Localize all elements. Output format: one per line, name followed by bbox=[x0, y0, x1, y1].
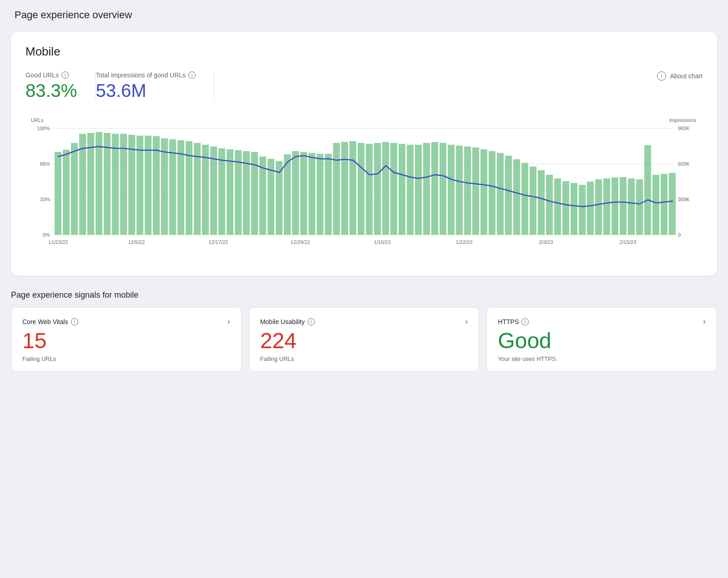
y-axis-left-label: URLs bbox=[31, 117, 44, 123]
svg-text:100%: 100% bbox=[37, 126, 50, 131]
svg-rect-81 bbox=[620, 177, 627, 235]
x-tick-7: 2/3/23 bbox=[539, 239, 553, 245]
good-urls-info-icon[interactable]: i bbox=[61, 71, 69, 79]
total-impressions-info-icon[interactable]: i bbox=[188, 71, 196, 79]
svg-rect-61 bbox=[456, 146, 463, 235]
y-axis-right-label: Impressions bbox=[669, 117, 697, 123]
about-chart-button[interactable]: i About chart bbox=[657, 71, 703, 81]
svg-rect-76 bbox=[579, 185, 586, 235]
svg-rect-48 bbox=[349, 141, 356, 235]
svg-rect-87 bbox=[669, 173, 676, 235]
svg-rect-56 bbox=[415, 145, 422, 235]
x-tick-5: 1/10/23 bbox=[374, 239, 391, 245]
svg-rect-63 bbox=[472, 147, 479, 235]
svg-rect-74 bbox=[562, 181, 569, 235]
svg-rect-62 bbox=[464, 147, 471, 235]
mobile-usability-info-icon[interactable]: i bbox=[308, 318, 315, 325]
signals-title: Page experience signals for mobile bbox=[11, 290, 717, 300]
chart-container: URLs Impressions 100% 900K 66% 600K 33% … bbox=[25, 116, 703, 261]
svg-rect-52 bbox=[382, 142, 389, 235]
signals-section: Page experience signals for mobile Core … bbox=[11, 290, 717, 372]
svg-rect-72 bbox=[546, 175, 553, 235]
svg-rect-42 bbox=[300, 152, 307, 235]
core-web-vitals-card[interactable]: Core Web Vitals i › 15 Failing URLs bbox=[11, 307, 242, 372]
svg-text:300K: 300K bbox=[678, 197, 690, 202]
svg-rect-82 bbox=[628, 178, 635, 235]
x-tick-1: 11/23/22 bbox=[49, 239, 68, 245]
svg-rect-68 bbox=[513, 159, 520, 235]
mobile-usability-header: Mobile Usability i › bbox=[260, 317, 468, 326]
svg-rect-25 bbox=[161, 138, 168, 235]
https-value: Good bbox=[498, 330, 706, 352]
svg-rect-78 bbox=[595, 179, 602, 235]
svg-rect-43 bbox=[308, 153, 315, 235]
svg-rect-46 bbox=[333, 143, 340, 235]
svg-rect-79 bbox=[603, 178, 610, 235]
https-card[interactable]: HTTPS i › Good Your site uses HTTPS. bbox=[486, 307, 717, 372]
good-urls-metric: Good URLs i 83.3% bbox=[25, 71, 96, 101]
page-header: Page experience overview bbox=[0, 0, 728, 26]
core-web-vitals-info-icon[interactable]: i bbox=[71, 318, 78, 325]
about-chart-icon: i bbox=[657, 71, 666, 81]
svg-rect-85 bbox=[652, 175, 659, 235]
svg-text:900K: 900K bbox=[678, 126, 690, 131]
svg-rect-12 bbox=[55, 152, 61, 235]
metrics-row: Good URLs i 83.3% Total impressions of g… bbox=[25, 71, 703, 101]
svg-rect-75 bbox=[571, 183, 577, 235]
mobile-usability-label: Mobile Usability i bbox=[260, 318, 315, 325]
core-web-vitals-sub: Failing URLs bbox=[22, 355, 230, 362]
svg-rect-31 bbox=[210, 147, 217, 235]
core-web-vitals-value: 15 bbox=[22, 330, 230, 352]
https-chevron: › bbox=[703, 317, 706, 326]
svg-rect-40 bbox=[284, 154, 291, 235]
svg-rect-67 bbox=[505, 156, 512, 235]
https-sub: Your site uses HTTPS. bbox=[498, 355, 706, 362]
https-info-icon[interactable]: i bbox=[521, 318, 529, 325]
svg-rect-65 bbox=[489, 151, 495, 235]
svg-text:0: 0 bbox=[678, 232, 681, 238]
mobile-section-label: Mobile bbox=[25, 45, 703, 59]
svg-rect-14 bbox=[71, 143, 78, 235]
svg-rect-57 bbox=[423, 143, 430, 235]
signals-cards: Core Web Vitals i › 15 Failing URLs Mobi… bbox=[11, 307, 717, 372]
core-web-vitals-chevron: › bbox=[228, 317, 230, 326]
svg-text:0%: 0% bbox=[43, 232, 50, 238]
svg-rect-54 bbox=[399, 144, 405, 235]
svg-rect-33 bbox=[227, 149, 233, 235]
svg-rect-66 bbox=[497, 153, 504, 235]
svg-rect-60 bbox=[448, 145, 455, 235]
svg-rect-84 bbox=[644, 145, 651, 235]
svg-rect-51 bbox=[374, 143, 381, 235]
mobile-usability-card[interactable]: Mobile Usability i › 224 Failing URLs bbox=[249, 307, 480, 372]
svg-rect-86 bbox=[661, 174, 667, 235]
x-tick-8: 2/15/23 bbox=[620, 239, 637, 245]
svg-rect-41 bbox=[292, 151, 299, 235]
svg-rect-64 bbox=[480, 149, 487, 235]
svg-rect-73 bbox=[554, 178, 561, 235]
svg-text:66%: 66% bbox=[40, 161, 50, 167]
svg-rect-83 bbox=[636, 179, 643, 235]
x-tick-3: 12/17/22 bbox=[209, 239, 228, 245]
svg-rect-13 bbox=[63, 150, 70, 235]
svg-rect-69 bbox=[521, 163, 528, 235]
total-impressions-value: 53.6M bbox=[96, 81, 196, 101]
svg-rect-58 bbox=[431, 142, 438, 235]
svg-text:33%: 33% bbox=[40, 197, 50, 202]
x-tick-4: 12/29/22 bbox=[291, 239, 310, 245]
chart-svg: URLs Impressions 100% 900K 66% 600K 33% … bbox=[25, 116, 703, 261]
total-impressions-label: Total impressions of good URLs i bbox=[96, 71, 196, 79]
svg-rect-77 bbox=[587, 182, 594, 235]
good-urls-label: Good URLs i bbox=[25, 71, 77, 79]
mobile-usability-chevron: › bbox=[465, 317, 468, 326]
core-web-vitals-header: Core Web Vitals i › bbox=[22, 317, 230, 326]
total-impressions-metric: Total impressions of good URLs i 53.6M bbox=[96, 71, 214, 101]
svg-rect-50 bbox=[366, 144, 373, 235]
https-header: HTTPS i › bbox=[498, 317, 706, 326]
https-label: HTTPS i bbox=[498, 318, 529, 325]
mobile-usability-value: 224 bbox=[260, 330, 468, 352]
svg-rect-45 bbox=[325, 154, 332, 235]
chart-bars bbox=[55, 132, 676, 235]
svg-rect-47 bbox=[341, 142, 348, 235]
svg-rect-19 bbox=[112, 134, 119, 235]
svg-rect-71 bbox=[538, 170, 545, 235]
